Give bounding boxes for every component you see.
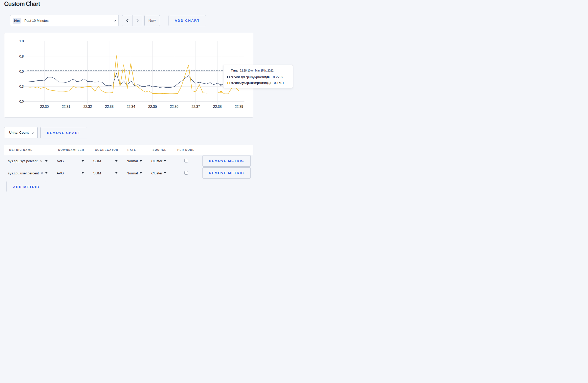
svg-text:22:35: 22:35 xyxy=(148,104,157,108)
svg-text:0.3: 0.3 xyxy=(19,84,24,88)
svg-text:22:33: 22:33 xyxy=(105,104,113,108)
svg-text:22:36: 22:36 xyxy=(170,104,178,108)
svg-text:22:39: 22:39 xyxy=(235,104,243,108)
svg-text:0.0: 0.0 xyxy=(19,100,24,103)
svg-text:0.8: 0.8 xyxy=(19,54,24,58)
svg-text:22:37: 22:37 xyxy=(191,104,200,108)
svg-text:22:38: 22:38 xyxy=(213,104,221,108)
svg-text:0.5: 0.5 xyxy=(19,69,24,73)
svg-text:22:34: 22:34 xyxy=(127,104,135,108)
svg-text:22:32: 22:32 xyxy=(83,104,92,108)
svg-text:22:31: 22:31 xyxy=(62,104,70,108)
svg-text:1.0: 1.0 xyxy=(19,39,24,43)
svg-text:22:30: 22:30 xyxy=(40,104,48,108)
